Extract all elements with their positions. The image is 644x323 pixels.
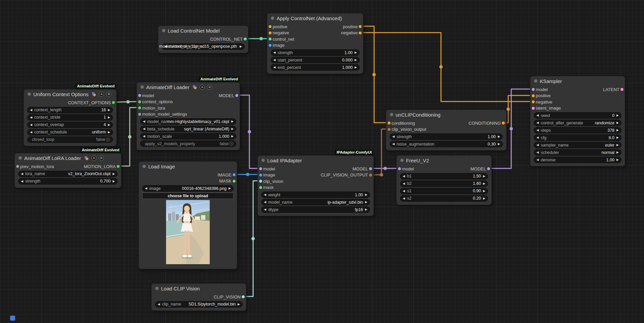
increment-arrow-icon[interactable]: ▶: [108, 116, 110, 119]
increment-arrow-icon[interactable]: ▶: [238, 303, 240, 306]
widget-image-filename[interactable]: ◀ image 00016-4062348396.png ▶: [142, 185, 234, 192]
widget-closed-loop[interactable]: closed_loop false: [27, 136, 113, 143]
output-slot-model[interactable]: [487, 167, 490, 170]
node-uniform-context-options[interactable]: AnimateDiff Evolved Uniform Context Opti…: [24, 89, 117, 146]
collapse-dot-icon[interactable]: [18, 156, 22, 160]
widget-context-length[interactable]: ◀ context_length 16 ▶: [27, 107, 113, 113]
node-load-ipadapter[interactable]: IPAdapter-ComfyUI Load IPAdapter model M…: [257, 155, 374, 216]
output-slot-model[interactable]: [369, 167, 372, 170]
node-title-bar[interactable]: unCLIPConditioning: [386, 110, 506, 119]
input-slot-motion-model-settings[interactable]: [138, 113, 141, 116]
output-slot-negative[interactable]: [359, 31, 362, 34]
node-animatediff-lora-loader[interactable]: AnimateDiff Evolved AnimateDiff LoRA Loa…: [14, 153, 121, 188]
increment-arrow-icon[interactable]: ▶: [365, 193, 367, 196]
increment-arrow-icon[interactable]: ▶: [616, 129, 619, 132]
output-slot-motion-lora[interactable]: [117, 165, 120, 168]
increment-arrow-icon[interactable]: ▶: [229, 187, 231, 190]
collapse-dot-icon[interactable]: [140, 85, 144, 89]
decrement-arrow-icon[interactable]: ◀: [403, 197, 405, 200]
widget-start-percent[interactable]: ◀ start_percent 0.000 ▶: [271, 57, 360, 63]
input-slot-model[interactable]: [138, 94, 141, 97]
increment-arrow-icon[interactable]: ▶: [616, 121, 619, 124]
input-slot-model[interactable]: [532, 88, 535, 91]
widget-model-name[interactable]: ◀ model_name ip-adapter_sdxl.bin ▶: [261, 199, 370, 205]
widget-steps[interactable]: ◀ steps 378 ▶: [534, 127, 621, 133]
widget-control-net-name[interactable]: ◀ control_net_name models/control_v11p_s…: [162, 43, 245, 50]
decrement-arrow-icon[interactable]: ◀: [536, 121, 539, 124]
widget-seed[interactable]: ◀ seed 0 ▶: [534, 112, 621, 119]
node-title-bar[interactable]: AnimateDiff Loader A D: [137, 82, 240, 92]
decrement-arrow-icon[interactable]: ◀: [273, 66, 276, 69]
increment-arrow-icon[interactable]: ▶: [483, 197, 485, 200]
input-slot-negative[interactable]: [269, 31, 272, 34]
widget-context-stride[interactable]: ◀ context_stride 1 ▶: [27, 114, 113, 121]
widget-strength[interactable]: ◀ strength 1.00 ▶: [390, 133, 503, 140]
collapse-dot-icon[interactable]: [261, 159, 265, 162]
input-slot-latent-image[interactable]: [532, 107, 535, 110]
increment-arrow-icon[interactable]: ▶: [616, 158, 619, 161]
widget-control-after-generate[interactable]: ◀ control_after_generate randomize ▶: [534, 120, 621, 126]
decrement-arrow-icon[interactable]: ◀: [536, 158, 539, 161]
output-slot-control-net[interactable]: [244, 38, 247, 41]
input-slot-model[interactable]: [259, 167, 262, 170]
node-load-clip-vision[interactable]: Load CLIP Vision CLIP_VISION ◀ clip_name…: [151, 283, 246, 311]
increment-arrow-icon[interactable]: ▶: [355, 58, 357, 62]
node-load-image[interactable]: Load Image IMAGE MASK ◀ image 00016-4062…: [138, 161, 237, 269]
output-slot-positive[interactable]: [359, 25, 362, 28]
output-slot-latent[interactable]: [620, 88, 623, 91]
decrement-arrow-icon[interactable]: ◀: [143, 127, 145, 130]
toggle-knob[interactable]: [229, 142, 234, 146]
decrement-arrow-icon[interactable]: ◀: [21, 172, 23, 175]
decrement-arrow-icon[interactable]: ◀: [30, 109, 32, 112]
increment-arrow-icon[interactable]: ▶: [483, 175, 485, 178]
increment-arrow-icon[interactable]: ▶: [240, 45, 242, 48]
decrement-arrow-icon[interactable]: ◀: [264, 201, 266, 204]
widget-s1[interactable]: ◀ s1 0.90 ▶: [400, 188, 488, 194]
node-load-controlnet-model[interactable]: Load ControlNet Model CONTROL_NET ◀ cont…: [158, 26, 248, 53]
input-slot-control-net[interactable]: [269, 38, 272, 41]
widget-noise-augmentation[interactable]: ◀ noise_augmentation 0.30 ▶: [390, 141, 503, 147]
decrement-arrow-icon[interactable]: ◀: [403, 182, 405, 185]
increment-arrow-icon[interactable]: ▶: [498, 135, 500, 138]
decrement-arrow-icon[interactable]: ◀: [392, 143, 395, 146]
node-freeu-v2[interactable]: FreeU_V2 model MODEL ◀ b1 1.50 ▶ ◀ b2 1.…: [396, 155, 492, 205]
output-slot-model[interactable]: [235, 94, 238, 97]
increment-arrow-icon[interactable]: ▶: [616, 114, 619, 117]
decrement-arrow-icon[interactable]: ◀: [30, 116, 32, 119]
input-slot-model[interactable]: [398, 167, 401, 170]
widget-apply-v2-models-properly[interactable]: apply_v2_models_properly false: [140, 140, 236, 147]
decrement-arrow-icon[interactable]: ◀: [264, 208, 266, 211]
choose-file-button[interactable]: choose file to upload: [142, 193, 234, 199]
widget-dtype[interactable]: ◀ dtype fp16 ▶: [261, 206, 370, 213]
input-slot-mask[interactable]: [259, 186, 262, 189]
decrement-arrow-icon[interactable]: ◀: [536, 144, 539, 147]
decrement-arrow-icon[interactable]: ◀: [143, 120, 145, 123]
increment-arrow-icon[interactable]: ▶: [498, 143, 500, 146]
decrement-arrow-icon[interactable]: ◀: [536, 136, 539, 139]
decrement-arrow-icon[interactable]: ◀: [273, 51, 276, 54]
increment-arrow-icon[interactable]: ▶: [355, 66, 357, 69]
decrement-arrow-icon[interactable]: ◀: [536, 151, 539, 154]
collapse-dot-icon[interactable]: [143, 165, 146, 168]
increment-arrow-icon[interactable]: ▶: [113, 172, 115, 175]
collapse-dot-icon[interactable]: [390, 113, 393, 116]
decrement-arrow-icon[interactable]: ◀: [536, 114, 539, 117]
output-slot-mask[interactable]: [233, 179, 236, 183]
increment-arrow-icon[interactable]: ▶: [483, 182, 485, 185]
input-slot-clip-vision[interactable]: [259, 180, 262, 183]
node-ksampler[interactable]: KSampler model LATENT positive negative …: [530, 76, 625, 166]
collapse-dot-icon[interactable]: [28, 92, 31, 96]
input-slot-image[interactable]: [269, 44, 272, 47]
widget-lora-name[interactable]: ◀ lora_name v2_lora_ZoomOut.ckpt ▶: [18, 171, 118, 177]
input-slot-prev-motion-lora[interactable]: [16, 165, 19, 168]
increment-arrow-icon[interactable]: ▶: [616, 136, 619, 139]
output-slot-clip-vision[interactable]: [242, 295, 245, 298]
widget-beta-schedule[interactable]: ◀ beta_schedule sqrt_linear (AnimateDiff…: [140, 126, 236, 132]
widget-scheduler[interactable]: ◀ scheduler normal ▶: [534, 149, 621, 156]
output-slot-context-options[interactable]: [112, 101, 115, 104]
increment-arrow-icon[interactable]: ▶: [483, 190, 485, 193]
collapse-dot-icon[interactable]: [162, 29, 165, 32]
widget-b1[interactable]: ◀ b1 1.50 ▶: [400, 173, 488, 179]
widget-denoise[interactable]: ◀ denoise 1.00 ▶: [534, 157, 621, 163]
widget-strength[interactable]: ◀ strength 1.00 ▶: [271, 49, 360, 56]
